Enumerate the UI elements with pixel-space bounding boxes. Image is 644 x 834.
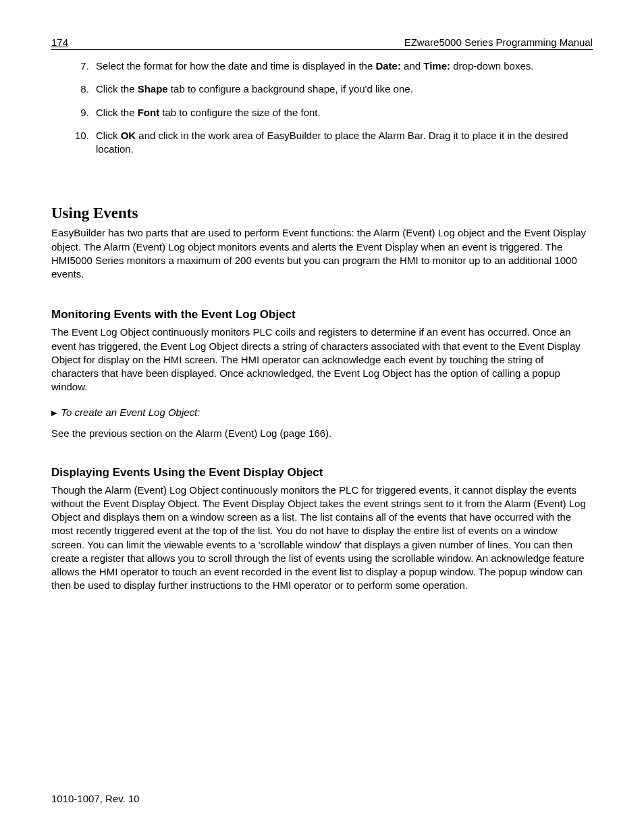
step-text: Select the format for how the date and t…	[96, 60, 375, 72]
numbered-steps: Select the format for how the date and t…	[51, 59, 593, 156]
subsection-body: Though the Alarm (Event) Log Object cont…	[51, 484, 593, 593]
step-bold: Time:	[423, 60, 450, 72]
step-bold: Date:	[375, 60, 401, 72]
step-text: drop-down boxes.	[450, 60, 533, 72]
page-header: 174 EZware5000 Series Programming Manual	[51, 36, 593, 50]
task-note: See the previous section on the Alarm (E…	[51, 427, 593, 439]
step-bold: Shape	[138, 83, 168, 95]
step-text: Click	[96, 130, 121, 141]
step-text: tab to configure a background shape, if …	[168, 83, 413, 95]
document-page: 174 EZware5000 Series Programming Manual…	[0, 0, 644, 834]
step-bold: OK	[121, 130, 136, 141]
step-bold: Font	[138, 107, 159, 118]
section-intro: EasyBuilder has two parts that are used …	[51, 226, 593, 281]
footer-revision: 1010-1007, Rev. 10	[51, 793, 140, 804]
task-text: To create an Event Log Object:	[61, 407, 200, 418]
step-text: Click the	[96, 83, 138, 95]
list-item: Click the Font tab to configure the size…	[92, 106, 593, 120]
page-number: 174	[51, 36, 68, 48]
subsection-heading-displaying: Displaying Events Using the Event Displa…	[51, 466, 593, 479]
manual-title: EZware5000 Series Programming Manual	[404, 36, 593, 48]
step-text: and	[401, 60, 423, 72]
subsection-body: The Event Log Object continuously monito…	[51, 325, 593, 394]
section-heading-using-events: Using Events	[51, 205, 593, 222]
list-item: Click OK and click in the work area of E…	[92, 129, 593, 157]
step-text: Click the	[96, 107, 138, 118]
list-item: Click the Shape tab to configure a backg…	[92, 82, 593, 96]
step-text: tab to configure the size of the font.	[159, 107, 320, 118]
subsection-heading-monitoring: Monitoring Events with the Event Log Obj…	[51, 308, 593, 321]
task-line: ▶ To create an Event Log Object:	[51, 407, 593, 418]
triangle-icon: ▶	[51, 409, 57, 417]
list-item: Select the format for how the date and t…	[92, 59, 593, 73]
step-text: and click in the work area of EasyBuilde…	[96, 130, 568, 155]
